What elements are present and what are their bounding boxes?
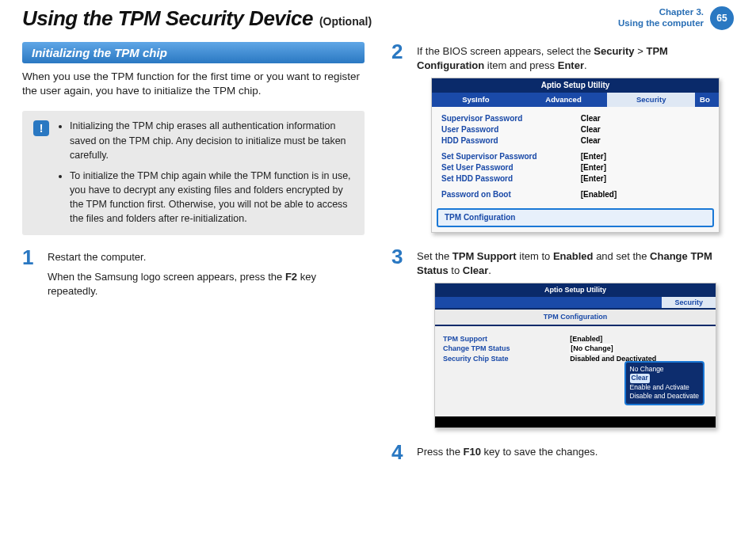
t: If the BIOS screen appears, select the [417, 45, 594, 57]
step1-line1: Restart the computer. [48, 250, 365, 264]
t: Press the [417, 446, 464, 458]
bios1-tab-boot-cut: Bo [695, 93, 719, 106]
bios1-tab-sysinfo: SysInfo [432, 93, 520, 106]
step-body: Restart the computer. When the Samsung l… [48, 248, 365, 303]
warning-list: Initializing the TPM chip erases all aut… [57, 119, 353, 226]
val: [Enter] [581, 162, 606, 173]
bios1-tabs: SysInfo Advanced Security Bo [432, 93, 719, 106]
step-number: 1 [22, 248, 40, 303]
t: > [635, 45, 647, 57]
menu-item-selected: Clear [630, 374, 650, 382]
bios2-dropdown-menu: No Change Clear Enable and Activate Disa… [624, 361, 704, 405]
bios-screenshot-2: Aptio Setup Utility Security TPM Configu… [434, 283, 716, 428]
lbl: Change TPM Status [443, 344, 570, 354]
step-number: 2 [391, 42, 409, 233]
header-left: Using the TPM Security Device (Optional) [22, 6, 372, 31]
bios1-tab-security: Security [607, 93, 695, 106]
menu-item: No Change [630, 365, 699, 374]
text: When the Samsung logo screen appears, pr… [48, 271, 285, 283]
t: item and press [484, 59, 558, 71]
lbl: HDD Password [441, 135, 581, 146]
t: Security [594, 45, 634, 57]
header-right: Chapter 3. Using the computer 65 [618, 6, 734, 30]
lbl: Supervisor Password [441, 113, 581, 124]
chapter-line2: Using the computer [618, 17, 704, 29]
chapter-line1: Chapter 3. [618, 6, 704, 17]
chapter-label: Chapter 3. Using the computer [618, 6, 704, 29]
val: [Enter] [581, 173, 606, 184]
key-f10: F10 [464, 446, 481, 458]
bios1-row: Supervisor PasswordClear [441, 113, 709, 124]
warning-icon: ! [33, 120, 49, 136]
t: Enabled [553, 250, 594, 262]
val: [Enabled] [581, 189, 617, 200]
step-1: 1 Restart the computer. When the Samsung… [22, 248, 365, 303]
step1-line2: When the Samsung logo screen appears, pr… [48, 270, 365, 298]
lbl: Set Supervisor Password [441, 151, 581, 162]
t: key to save the changes. [481, 446, 598, 458]
bios2-row: TPM Support[Enabled] [443, 334, 708, 344]
step4-text: Press the F10 key to save the changes. [417, 445, 598, 459]
lbl: Security Chip State [443, 354, 570, 364]
step-body: If the BIOS screen appears, select the S… [417, 42, 734, 233]
page-subtitle: (Optional) [319, 15, 372, 28]
bios1-row: User PasswordClear [441, 124, 709, 135]
t: Enter [558, 59, 584, 71]
val: Clear [581, 124, 601, 135]
bios2-bottom-bar [435, 416, 716, 428]
step-number: 3 [391, 247, 409, 428]
step-2: 2 If the BIOS screen appears, select the… [391, 42, 734, 233]
step-number: 4 [391, 443, 409, 464]
bios2-title: Aptio Setup Utility [435, 283, 716, 297]
bios1-row: Set Supervisor Password[Enter] [441, 151, 709, 162]
bios1-selected-item: TPM Configuration [437, 208, 714, 227]
page-title: Using the TPM Security Device [22, 6, 313, 31]
bios-screenshot-1: Aptio Setup Utility SysInfo Advanced Sec… [431, 78, 720, 232]
section-heading: Initializing the TPM chip [22, 42, 365, 63]
right-column: 2 If the BIOS screen appears, select the… [391, 42, 734, 475]
step3-text: Set the TPM Support item to Enabled and … [417, 249, 734, 278]
step-body: Press the F10 key to save the changes. [417, 443, 598, 464]
t: Set the [417, 250, 452, 262]
bios2-tabbar: Security [435, 297, 716, 309]
step-3: 3 Set the TPM Support item to Enabled an… [391, 247, 734, 428]
bios1-row: Set User Password[Enter] [441, 162, 709, 173]
lbl: Set User Password [441, 162, 581, 173]
bios1-title: Aptio Setup Utility [432, 78, 719, 93]
bios2-subheading: TPM Configuration [435, 308, 716, 326]
menu-item: Enable and Activate [630, 383, 699, 392]
bios1-row: Password on Boot[Enabled] [441, 189, 709, 200]
warning-item: To initialize the TPM chip again while t… [70, 169, 353, 226]
step-4: 4 Press the F10 key to save the changes. [391, 443, 734, 464]
bios1-body: Supervisor PasswordClear User PasswordCl… [432, 107, 719, 207]
bios1-row: HDD PasswordClear [441, 135, 709, 146]
left-column: Initializing the TPM chip When you use t… [22, 42, 365, 475]
page-header: Using the TPM Security Device (Optional)… [22, 6, 734, 31]
bios2-body: TPM Support[Enabled] Change TPM Status[N… [435, 326, 716, 413]
val: [Enter] [581, 151, 606, 162]
lbl: Password on Boot [441, 189, 581, 200]
lbl: User Password [441, 124, 581, 135]
t: and set the [594, 250, 651, 262]
val: [No Change] [570, 344, 614, 354]
bios2-tab-security: Security [662, 297, 716, 309]
val: [Enabled] [570, 334, 602, 344]
t: . [584, 59, 587, 71]
val: Clear [581, 113, 601, 124]
t: to [449, 264, 463, 276]
bios1-tab-advanced: Advanced [520, 93, 608, 106]
bios2-row: Change TPM Status[No Change] [443, 344, 708, 354]
step-body: Set the TPM Support item to Enabled and … [417, 247, 734, 428]
menu-item: Disable and Deactivate [630, 392, 699, 401]
step2-text: If the BIOS screen appears, select the S… [417, 44, 734, 73]
lbl: TPM Support [443, 334, 570, 344]
t: item to [517, 250, 553, 262]
bios1-row: Set HDD Password[Enter] [441, 173, 709, 184]
intro-text: When you use the TPM function for the fi… [22, 70, 365, 98]
key-f2: F2 [285, 271, 297, 283]
warning-item: Initializing the TPM chip erases all aut… [70, 119, 353, 162]
val: Clear [581, 135, 601, 146]
lbl: Set HDD Password [441, 173, 581, 184]
page-number-badge: 65 [710, 6, 734, 30]
warning-box: ! Initializing the TPM chip erases all a… [22, 111, 365, 235]
